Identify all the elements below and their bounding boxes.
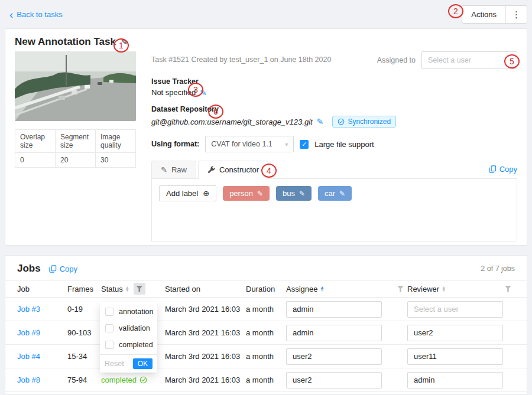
duration-cell: a month (246, 328, 286, 337)
started-cell: March 3rd 2021 16:03 (165, 352, 246, 361)
filter-option-annotation[interactable]: annotation (100, 303, 157, 320)
edit-label-icon[interactable]: ✎ (299, 190, 305, 197)
back-label: Back to tasks (17, 10, 62, 19)
column-status[interactable]: Status ▲▼ (101, 283, 165, 295)
job-link[interactable]: Job #8 (17, 376, 40, 384)
reviewer-input[interactable] (407, 325, 503, 341)
assignee-filter-icon[interactable] (397, 286, 404, 292)
using-format-label: Using format: (151, 140, 199, 148)
large-file-label: Large file support (314, 140, 374, 149)
assignee-sort-icon[interactable]: ▲▼ (320, 286, 324, 292)
edit-title-icon[interactable]: ✎ (121, 38, 128, 46)
frames-cell: 15-34 (67, 352, 101, 361)
kebab-menu-icon[interactable]: ⋮ (506, 6, 527, 23)
duration-cell: a month (246, 305, 286, 314)
tab-constructor[interactable]: Constructor (198, 161, 268, 178)
labels-constructor-panel: Add label ⊕ person ✎ bus ✎ car ✎ (151, 179, 517, 241)
checkbox-unchecked[interactable] (105, 324, 113, 332)
frames-cell: 90-103 (67, 328, 101, 337)
tab-constructor-label: Constructor (219, 165, 259, 174)
duration-cell: a month (246, 352, 286, 361)
assignee-input[interactable] (286, 325, 382, 341)
jobs-count: 2 of 7 jobs (481, 265, 515, 273)
synchronized-badge[interactable]: Synchronized (332, 116, 396, 128)
back-chevron-icon: ‹ (9, 11, 13, 18)
job-link[interactable]: Job #3 (17, 305, 40, 314)
dataset-repository-block: Dataset Repository git@github.com:userna… (151, 105, 517, 128)
table-row: Job #4 15-34 March 3rd 2021 16:03 a mont… (5, 345, 527, 368)
job-link[interactable]: Job #4 (17, 352, 40, 361)
assigned-to-input[interactable] (421, 51, 517, 69)
label-tag-bus[interactable]: bus ✎ (276, 186, 312, 201)
started-cell: March 3rd 2021 16:03 (165, 305, 246, 314)
assignee-input[interactable] (286, 372, 382, 389)
format-line: Using format: CVAT for video 1.1 ▾ ✓ Lar… (151, 136, 517, 152)
params-header-row: Overlap size Segment size Image quality (15, 130, 136, 153)
reviewer-sort-icon[interactable]: ▲▼ (442, 286, 446, 292)
filter-reset-button[interactable]: Reset (105, 360, 124, 368)
column-assignee[interactable]: Assignee ▲▼ (286, 285, 407, 293)
filter-option-validation[interactable]: validation (100, 320, 157, 337)
task-card: New Annotation Task ✎ (5, 28, 527, 246)
checkbox-unchecked[interactable] (105, 308, 113, 316)
edit-label-icon[interactable]: ✎ (339, 190, 345, 197)
param-header: Overlap size (15, 130, 56, 153)
copy-icon (49, 265, 57, 273)
edit-label-icon[interactable]: ✎ (257, 190, 263, 197)
check-icon: ✓ (301, 141, 307, 148)
column-duration[interactable]: Duration (246, 285, 286, 293)
column-started-on[interactable]: Started on (165, 285, 246, 293)
label-tag-car[interactable]: car ✎ (318, 186, 352, 201)
tab-raw-label: Raw (171, 165, 187, 174)
started-cell: March 3rd 2021 16:03 (165, 376, 246, 384)
synchronized-label: Synchronized (348, 117, 391, 126)
reviewer-input[interactable] (407, 348, 503, 365)
plus-circle-icon: ⊕ (203, 189, 209, 198)
status-filter-button[interactable] (134, 283, 145, 295)
reviewer-filter-icon[interactable] (505, 286, 511, 292)
param-header: Image quality (96, 130, 136, 153)
assignee-input[interactable] (286, 301, 382, 318)
status-filter-dropdown: annotation validation completed Reset OK (100, 302, 157, 373)
column-job[interactable]: Job (17, 285, 67, 293)
copy-jobs-link[interactable]: Copy (49, 265, 77, 273)
task-meta-line: Task #1521 Created by test_user_1 on Jun… (151, 51, 517, 69)
table-row: Job #8 75-94 completed March 3rd 2021 16… (5, 368, 527, 392)
reviewer-input[interactable] (407, 372, 503, 389)
page: { "topbar": { "back_label": "Back to tas… (0, 0, 532, 395)
filter-funnel-icon (136, 286, 142, 292)
filter-ok-button[interactable]: OK (133, 358, 153, 369)
add-label-button[interactable]: Add label ⊕ (159, 185, 216, 201)
completed-check-icon (140, 376, 147, 384)
assignee-input[interactable] (286, 348, 382, 365)
started-cell: March 3rd 2021 16:03 (165, 328, 246, 337)
copy-labels-link[interactable]: Copy (489, 165, 517, 178)
copy-labels-label: Copy (499, 165, 517, 174)
table-row: Job #9 90-103 March 3rd 2021 16:03 a mon… (5, 321, 527, 345)
job-link[interactable]: Job #9 (17, 328, 40, 337)
format-select[interactable]: CVAT for video 1.1 ▾ (205, 136, 294, 152)
edit-repository-icon[interactable]: ✎ (317, 117, 324, 126)
column-reviewer[interactable]: Reviewer ▲▼ (407, 285, 515, 293)
large-file-checkbox[interactable]: ✓ (300, 140, 309, 149)
filter-option-completed[interactable]: completed (100, 337, 157, 353)
task-left-column: Overlap size Segment size Image quality … (15, 51, 136, 241)
checkbox-unchecked[interactable] (105, 341, 113, 349)
back-to-tasks-link[interactable]: ‹ Back to tasks (9, 10, 63, 19)
pencil-icon: ✎ (161, 166, 167, 174)
chevron-down-icon: ▾ (285, 141, 288, 148)
duration-cell: a month (246, 376, 286, 384)
reviewer-input[interactable] (407, 301, 503, 318)
tab-raw[interactable]: ✎ Raw (151, 161, 196, 178)
column-frames[interactable]: Frames (67, 285, 101, 293)
sync-check-icon (338, 118, 345, 125)
task-title-row: New Annotation Task ✎ (15, 36, 517, 48)
actions-button[interactable]: Actions ⋮ (462, 5, 527, 24)
edit-issue-tracker-icon[interactable]: ✎ (200, 89, 207, 97)
label-tag-person[interactable]: person ✎ (223, 186, 270, 201)
copy-jobs-label: Copy (60, 265, 77, 273)
wrench-icon (207, 166, 215, 174)
status-sort-icon[interactable]: ▲▼ (125, 286, 129, 292)
dataset-repository-url: git@github.com:username/git_storage_v123… (151, 117, 313, 126)
frames-cell: 0-19 (67, 305, 101, 314)
